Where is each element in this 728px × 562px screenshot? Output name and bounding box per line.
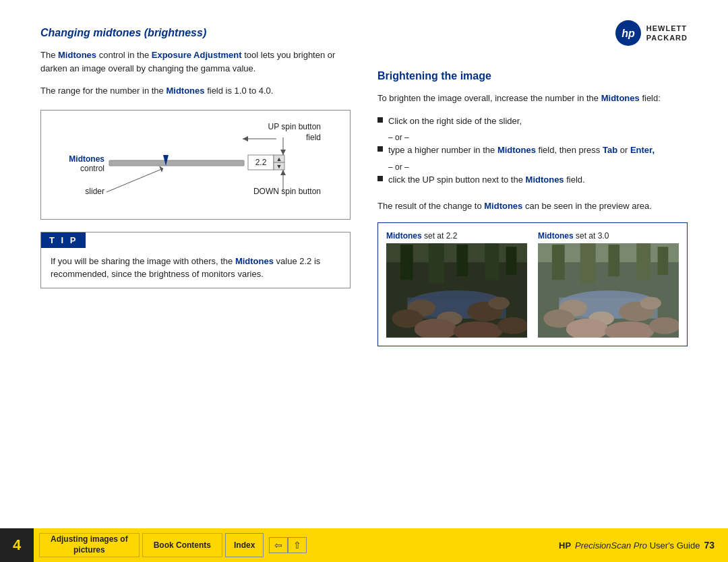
bullet-icon-1: [377, 117, 383, 123]
midtones-ref-result: Midtones: [484, 201, 522, 211]
or-text-1: – or –: [388, 131, 688, 144]
bullet-list-3: click the UP spin button next to the Mid…: [377, 173, 688, 187]
tip-header: T I P: [41, 232, 86, 248]
image-item-2: Midtones set at 3.0: [538, 231, 679, 338]
svg-rect-43: [552, 245, 565, 280]
book-contents-button[interactable]: Book Contents: [142, 533, 222, 557]
back-arrow-button[interactable]: ⇦: [269, 537, 288, 553]
svg-text:control: control: [80, 164, 104, 173]
bullet-list-2: type a higher number in the Midtones fie…: [377, 144, 688, 157]
bottom-bar: 4 Adjusting images of pictures Book Cont…: [0, 528, 728, 562]
svg-rect-30: [506, 247, 517, 275]
midtones-ref-spin: Midtones: [526, 175, 564, 185]
bullet-item-2: type a higher number in the Midtones fie…: [377, 144, 688, 157]
svg-point-57: [649, 317, 679, 334]
tab-ref: Tab: [603, 145, 617, 155]
pictures-label: pictures: [73, 545, 105, 556]
bullet-item-3: click the UP spin button next to the Mid…: [377, 173, 688, 187]
or-text-2: – or –: [388, 161, 688, 173]
midtones-ref-1: Midtones: [58, 50, 96, 60]
bullet-list-container: Click on the right side of the slider, –…: [377, 115, 688, 191]
svg-rect-47: [658, 247, 669, 275]
svg-text:DOWN spin button: DOWN spin button: [253, 187, 321, 196]
svg-point-40: [497, 317, 527, 334]
image-caption-2: Midtones set at 3.0: [538, 231, 679, 241]
svg-text:2.2: 2.2: [255, 158, 267, 167]
svg-marker-20: [159, 166, 163, 173]
svg-text:field: field: [306, 133, 321, 142]
image-compare-box: Midtones set at 2.2: [377, 222, 688, 346]
bullet-icon-2: [377, 146, 383, 152]
result-text: The result of the change to Midtones can…: [377, 199, 688, 213]
midtones-ref-right: Midtones: [601, 93, 640, 103]
image-caption-1: Midtones set at 2.2: [386, 231, 527, 241]
enter-ref: Enter,: [630, 145, 655, 155]
svg-rect-28: [457, 245, 468, 276]
svg-text:slider: slider: [85, 187, 104, 196]
image-1: [386, 243, 527, 338]
adjusting-label: Adjusting images of: [51, 534, 128, 545]
midtones-ref-2: Midtones: [166, 86, 204, 96]
svg-point-53: [640, 296, 661, 309]
bullet-list: Click on the right side of the slider,: [377, 115, 688, 128]
svg-text:▼: ▼: [276, 163, 282, 170]
bullet-icon-3: [377, 176, 383, 181]
right-column: Brightening the image To brighten the im…: [377, 27, 688, 512]
hp-logo: hp HEWLETT PACKARD: [615, 20, 688, 46]
svg-rect-29: [485, 243, 499, 280]
svg-marker-17: [280, 150, 286, 155]
left-column: Changing midtones (brightness) The Midto…: [40, 27, 351, 512]
svg-text:UP spin button: UP spin button: [268, 122, 322, 131]
image-compare-row: Midtones set at 2.2: [386, 231, 679, 338]
midtones-label-1: Midtones: [386, 231, 422, 241]
svg-rect-44: [580, 243, 596, 284]
index-button[interactable]: Index: [225, 533, 264, 557]
svg-rect-8: [109, 160, 244, 166]
svg-line-19: [107, 168, 163, 192]
midtones-label-2: Midtones: [538, 231, 574, 241]
forward-arrow-button[interactable]: ⇧: [288, 537, 307, 553]
svg-rect-45: [609, 245, 620, 276]
slider-diagram: UP spin button field Midtones control 2.…: [40, 110, 351, 220]
svg-marker-23: [280, 170, 286, 175]
image-2: [538, 243, 679, 338]
hp-footer-label: HP: [559, 540, 571, 551]
footer-page-num: 73: [704, 540, 715, 551]
tip-content: If you will be sharing the image with ot…: [41, 248, 350, 288]
footer-right: HP PrecisionScan Pro User's Guide 73: [559, 540, 728, 551]
midtones-ref-bullet: Midtones: [497, 145, 536, 155]
image-item-1: Midtones set at 2.2: [386, 231, 527, 338]
svg-point-36: [489, 296, 510, 309]
right-intro: To brighten the image overall, increase …: [377, 92, 688, 105]
left-paragraph-2: The range for the number in the Midtones…: [40, 84, 351, 98]
bullet-item-1: Click on the right side of the slider,: [377, 115, 688, 128]
footer-product-name: PrecisionScan Pro User's Guide: [575, 540, 700, 551]
page-number-box: 4: [0, 528, 34, 562]
right-section-title: Brightening the image: [377, 70, 688, 82]
svg-text:hp: hp: [621, 28, 635, 39]
svg-text:Midtones: Midtones: [69, 154, 104, 164]
svg-rect-27: [429, 243, 444, 284]
tip-box: T I P If you will be sharing the image w…: [40, 232, 351, 288]
midtones-ref-tip: Midtones: [235, 256, 274, 266]
hp-brand-text: HEWLETT PACKARD: [646, 24, 688, 43]
svg-text:▲: ▲: [276, 156, 282, 162]
left-paragraph-1: The Midtones control in the Exposure Adj…: [40, 49, 351, 75]
svg-rect-26: [400, 245, 413, 280]
svg-marker-5: [243, 136, 248, 142]
exposure-adjustment-ref: Exposure Adjustment: [152, 50, 242, 60]
left-section-title: Changing midtones (brightness): [40, 27, 351, 39]
section-nav-item[interactable]: Adjusting images of pictures: [39, 533, 140, 557]
svg-rect-46: [636, 243, 650, 280]
hp-logo-icon: hp: [615, 20, 641, 46]
diagram-svg: UP spin button field Midtones control 2.…: [52, 120, 339, 208]
